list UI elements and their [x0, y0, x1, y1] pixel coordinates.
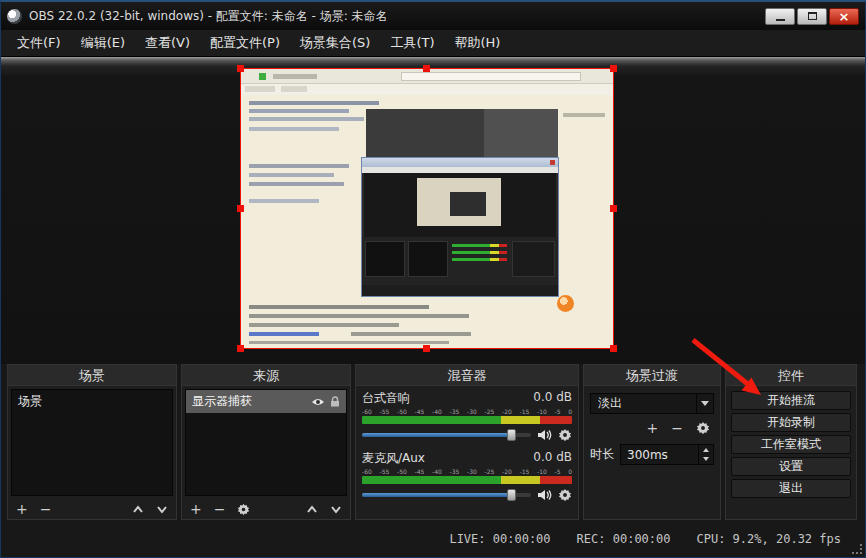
menu-tools[interactable]: 工具(T) — [380, 30, 444, 56]
source-down-button[interactable] — [330, 505, 342, 514]
captured-text-line — [249, 164, 349, 168]
transition-toolbar: + − — [590, 421, 714, 435]
channel-level: 0.0 dB — [533, 450, 572, 467]
speaker-icon[interactable] — [537, 489, 552, 501]
captured-text-line — [249, 101, 379, 105]
mixer-channel-desktop-audio: 台式音响 0.0 dB -60-55-50-45-40-35-30-25-20-… — [362, 390, 572, 443]
lock-icon[interactable] — [330, 396, 340, 407]
sources-list: 显示器捕获 — [185, 389, 347, 496]
source-up-button[interactable] — [306, 505, 318, 514]
source-item-label: 显示器捕获 — [192, 393, 252, 410]
add-scene-button[interactable]: + — [16, 502, 28, 516]
sources-panel-title: 来源 — [182, 365, 350, 386]
selection-handle[interactable] — [237, 65, 244, 72]
selection-handle[interactable] — [423, 345, 430, 352]
scene-up-button[interactable] — [132, 505, 144, 514]
minimize-button[interactable] — [765, 8, 795, 25]
captured-tab — [281, 86, 307, 92]
selection-handle[interactable] — [610, 65, 617, 72]
maximize-icon — [808, 12, 817, 20]
captured-obs-dock-box — [365, 241, 405, 277]
resize-grip[interactable] — [851, 543, 863, 555]
source-properties-gear-icon[interactable] — [237, 503, 250, 516]
slider-fill — [362, 493, 511, 497]
eye-icon[interactable] — [311, 397, 325, 407]
captured-obs-dock-box — [512, 241, 555, 277]
captured-text-line — [351, 332, 471, 336]
selection-handle[interactable] — [610, 205, 617, 212]
slider-handle[interactable] — [507, 489, 516, 501]
captured-obs-inner-window — [450, 192, 486, 216]
live-time: LIVE: 00:00:00 — [449, 532, 550, 546]
channel-name: 台式音响 — [362, 390, 410, 407]
slider-fill — [362, 433, 511, 437]
spinner-down-button[interactable] — [699, 455, 713, 465]
captured-text-line — [249, 341, 449, 344]
menu-profile[interactable]: 配置文件(P) — [200, 30, 290, 56]
start-recording-button[interactable]: 开始录制 — [731, 413, 851, 432]
channel-settings-gear-icon[interactable] — [558, 488, 572, 502]
duration-spinner[interactable]: 300ms — [620, 444, 714, 465]
captured-obs-titlebar — [362, 158, 558, 167]
preview-canvas — [1, 57, 865, 364]
scenes-panel-title: 场景 — [8, 365, 176, 386]
selection-handle[interactable] — [423, 65, 430, 72]
scene-down-button[interactable] — [156, 505, 168, 514]
captured-text-line — [249, 199, 319, 203]
cpu-fps: CPU: 9.2%, 20.32 fps — [697, 532, 842, 546]
sources-toolbar: + − — [182, 499, 350, 519]
scene-transitions-panel: 场景过渡 淡出 + − 时长 300ms — [583, 364, 721, 520]
slider-handle[interactable] — [507, 429, 516, 441]
dropdown-arrow-icon — [696, 394, 713, 413]
menu-edit[interactable]: 编辑(E) — [71, 30, 135, 56]
scene-item[interactable]: 场景 — [12, 390, 172, 413]
scenes-toolbar: + − — [8, 499, 176, 519]
maximize-button[interactable] — [797, 8, 827, 25]
channel-name: 麦克风/Aux — [362, 450, 425, 467]
menu-view[interactable]: 查看(V) — [135, 30, 200, 56]
scenes-panel: 场景 场景 + − — [7, 364, 177, 520]
start-streaming-button[interactable]: 开始推流 — [731, 391, 851, 410]
menu-help[interactable]: 帮助(H) — [445, 30, 511, 56]
volume-meter — [362, 476, 572, 484]
menu-file[interactable]: 文件(F) — [7, 30, 71, 56]
selection-handle[interactable] — [237, 205, 244, 212]
remove-transition-button[interactable]: − — [671, 421, 683, 435]
title-bar[interactable]: OBS 22.0.2 (32-bit, windows) - 配置文件: 未命名… — [1, 2, 865, 30]
captured-obs-meter — [452, 258, 507, 261]
captured-link-line — [249, 332, 319, 336]
source-item-display-capture[interactable]: 显示器捕获 — [186, 390, 346, 413]
captured-logo-badge — [557, 295, 574, 312]
settings-button[interactable]: 设置 — [731, 457, 851, 476]
rec-time: REC: 00:00:00 — [577, 532, 671, 546]
meter-scale: -60-55-50-45-40-35-30-25-20-15-10-50 — [362, 408, 572, 415]
volume-slider[interactable] — [362, 488, 531, 502]
studio-mode-button[interactable]: 工作室模式 — [731, 435, 851, 454]
captured-obs-meter — [452, 244, 507, 247]
captured-url-bar — [401, 72, 581, 81]
transition-properties-gear-icon[interactable] — [696, 421, 710, 435]
spinner-up-button[interactable] — [699, 445, 713, 455]
remove-scene-button[interactable]: − — [40, 502, 52, 516]
menu-scene-collection[interactable]: 场景集合(S) — [290, 30, 380, 56]
scenes-list: 场景 — [11, 389, 173, 496]
remove-source-button[interactable]: − — [214, 502, 226, 516]
window-controls: × — [765, 8, 859, 25]
volume-meter — [362, 416, 572, 424]
channel-settings-gear-icon[interactable] — [558, 428, 572, 442]
close-button[interactable]: × — [829, 8, 859, 25]
display-capture-preview[interactable] — [241, 69, 613, 348]
meter-scale: -60-55-50-45-40-35-30-25-20-15-10-50 — [362, 468, 572, 475]
add-transition-button[interactable]: + — [647, 421, 659, 435]
speaker-icon[interactable] — [537, 429, 552, 441]
mixer-channel-mic-aux: 麦克风/Aux 0.0 dB -60-55-50-45-40-35-30-25-… — [362, 450, 572, 503]
captured-text-line — [249, 109, 349, 113]
selection-handle[interactable] — [237, 345, 244, 352]
add-source-button[interactable]: + — [190, 502, 202, 516]
selection-handle[interactable] — [610, 345, 617, 352]
captured-text-line — [563, 113, 605, 117]
exit-button[interactable]: 退出 — [731, 479, 851, 498]
status-bar: LIVE: 00:00:00 REC: 00:00:00 CPU: 9.2%, … — [1, 521, 865, 557]
volume-slider[interactable] — [362, 428, 531, 442]
transition-select[interactable]: 淡出 — [590, 393, 714, 414]
